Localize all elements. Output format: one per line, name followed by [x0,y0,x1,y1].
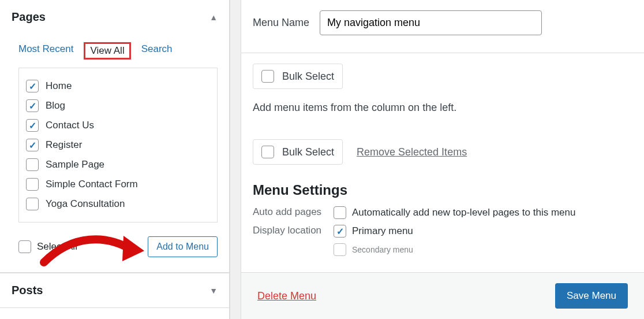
bulk-select-checkbox[interactable] [261,70,274,83]
posts-title: Posts [12,284,43,297]
menu-name-label: Menu Name [253,17,309,29]
auto-add-row: Auto add pages Automatically add new top… [253,206,632,219]
list-item-label: Blog [46,100,65,112]
select-all-label: Select All [37,241,77,253]
list-item[interactable]: Home [26,76,210,96]
chevron-up-icon: ▲ [209,13,218,22]
auto-add-text: Automatically add new top-level pages to… [352,207,575,218]
checkbox[interactable] [26,119,39,132]
menu-name-row: Menu Name [241,0,644,53]
column-divider [230,0,241,319]
tab-view-all[interactable]: View All [84,42,130,60]
list-item-label: Sample Page [46,159,104,170]
pages-tabs: Most Recent View All Search [18,42,218,60]
save-menu-button[interactable]: Save Menu [555,283,628,309]
list-item[interactable]: Simple Contact Form [26,175,210,194]
chevron-down-icon: ▼ [209,286,218,295]
auto-add-label: Auto add pages [253,206,329,218]
secondary-menu-option[interactable]: Secondary menu [334,243,632,256]
pages-title: Pages [12,10,46,24]
tab-most-recent[interactable]: Most Recent [18,42,73,60]
menu-structure-area: Bulk Select Add menu items from the colu… [241,53,644,272]
checkbox[interactable] [26,80,39,92]
bulk-select-label: Bulk Select [282,146,334,158]
list-item[interactable]: Contact Us [26,116,210,135]
secondary-menu-checkbox[interactable] [334,243,346,256]
pages-content: Most Recent View All Search Home Blog Co… [0,34,229,272]
bulk-select-top[interactable]: Bulk Select [253,64,343,89]
checkbox[interactable] [26,198,39,210]
list-item-label: Register [46,139,82,151]
pages-actions: Select All Add to Menu [18,222,218,261]
checkbox[interactable] [26,139,39,151]
list-item[interactable]: Register [26,135,210,155]
list-item[interactable]: Blog [26,96,210,116]
select-all-checkbox[interactable] [18,240,31,253]
posts-accordion-header[interactable]: Posts ▼ [0,273,229,307]
secondary-menu-text: Secondary menu [352,245,413,254]
bulk-select-label: Bulk Select [282,71,334,83]
empty-hint: Add menu items from the column on the le… [253,102,632,114]
main-panel: Menu Name Bulk Select Add menu items fro… [241,0,644,319]
primary-menu-text: Primary menu [352,225,413,237]
select-all-control[interactable]: Select All [18,240,77,253]
menu-settings-title: Menu Settings [253,182,632,198]
primary-menu-option[interactable]: Primary menu [334,225,413,238]
checkbox[interactable] [26,158,39,171]
display-location-row: Display location Primary menu [253,225,632,238]
posts-accordion: Posts ▼ [0,273,229,308]
menu-name-input[interactable] [320,10,542,35]
display-location-label: Display location [253,225,329,236]
add-to-menu-button[interactable]: Add to Menu [148,236,218,257]
list-item[interactable]: Sample Page [26,155,210,175]
primary-menu-checkbox[interactable] [334,225,346,238]
delete-menu-link[interactable]: Delete Menu [257,290,316,302]
sidebar: Pages ▲ Most Recent View All Search Home… [0,0,230,319]
list-item-label: Contact Us [46,120,94,131]
tab-search[interactable]: Search [141,42,173,60]
auto-add-checkbox[interactable] [334,206,346,219]
checkbox[interactable] [26,99,39,112]
footer-bar: Delete Menu Save Menu [241,272,644,319]
list-item-label: Yoga Consultation [46,198,125,210]
list-item-label: Simple Contact Form [46,179,138,190]
pages-list: Home Blog Contact Us Register Sample Pag… [18,68,218,222]
pages-accordion: Pages ▲ Most Recent View All Search Home… [0,0,229,273]
bulk-select-checkbox[interactable] [261,146,274,158]
pages-accordion-header[interactable]: Pages ▲ [0,0,229,34]
checkbox[interactable] [26,178,39,191]
list-item-label: Home [46,80,72,92]
list-item[interactable]: Yoga Consultation [26,194,210,214]
bulk-select-bottom[interactable]: Bulk Select [253,139,343,165]
auto-add-option[interactable]: Automatically add new top-level pages to… [334,206,575,219]
remove-selected-link[interactable]: Remove Selected Items [357,146,467,158]
